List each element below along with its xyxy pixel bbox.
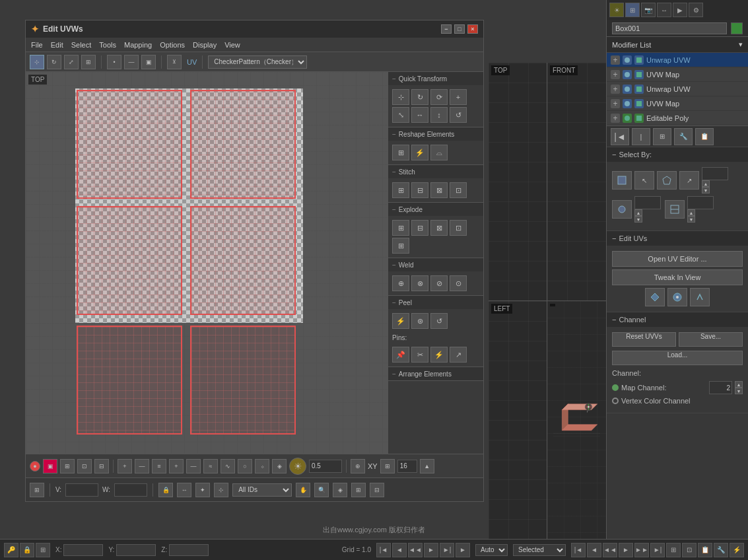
weld-btn-3[interactable]: ⊘ (430, 275, 448, 291)
uv-island-5[interactable] (77, 326, 182, 435)
checker-pattern-dropdown[interactable]: CheckerPattern（Checker） (208, 55, 307, 69)
play-back[interactable]: ◄◄ (408, 543, 423, 557)
stitch-btn-3[interactable]: ⊠ (430, 182, 448, 198)
explode-btn-1[interactable]: ⊞ (392, 220, 409, 236)
qt-btn-2[interactable]: ↻ (411, 89, 428, 105)
tool-vertex-select[interactable]: • (107, 55, 121, 69)
explode-btn-4[interactable]: ⊡ (450, 220, 467, 236)
reshape-elements-header[interactable]: − Reshape Elements (388, 127, 483, 141)
quick-transform-header[interactable]: − Quick Transform (388, 72, 483, 85)
menu-display[interactable]: Display (193, 41, 217, 49)
eu-icon-3[interactable] (690, 288, 710, 306)
next-frame[interactable]: ► (456, 543, 470, 557)
prev-frame[interactable]: ◄ (392, 543, 407, 557)
spin-up-1[interactable]: ▲ (702, 180, 710, 187)
mod-ctrl-3[interactable]: ⊞ (653, 128, 671, 145)
all-ids-dropdown[interactable]: All IDs (232, 483, 292, 497)
menu-options[interactable]: Options (160, 41, 185, 49)
mod-ctrl-5[interactable]: 📋 (695, 128, 714, 145)
stitch-collapse[interactable]: − (392, 168, 396, 176)
y-input[interactable] (116, 544, 156, 556)
viewport-perspective[interactable]: Y (547, 301, 606, 540)
btool-13[interactable]: ○ (238, 459, 252, 473)
maximize-button[interactable]: □ (454, 24, 465, 34)
btool-1[interactable]: ● (30, 461, 40, 472)
object-color-swatch[interactable] (731, 22, 743, 34)
lock-icon[interactable]: 🔒 (158, 483, 173, 497)
object-name-input[interactable] (612, 22, 727, 34)
status-icon-7[interactable]: ⊟ (370, 483, 384, 497)
btool-3[interactable]: ⊞ (60, 459, 75, 473)
status-r8[interactable]: ⊡ (682, 543, 697, 557)
pin-btn-1[interactable]: 📌 (392, 347, 409, 363)
uv-island-3[interactable] (77, 206, 182, 315)
btool-grid[interactable]: ⊞ (380, 459, 395, 473)
rp-icon-extra[interactable]: ⚙ (689, 3, 703, 17)
viewport-front[interactable]: FRONT (547, 63, 606, 301)
load-button[interactable]: Load... (612, 351, 743, 365)
reshape-elements-collapse[interactable]: − (392, 131, 396, 138)
select-by-header[interactable]: − Select By: (607, 147, 748, 162)
explode-collapse[interactable]: − (392, 206, 396, 213)
edit-uvs-header[interactable]: − Edit UVs (607, 231, 748, 246)
stitch-header[interactable]: − Stitch (388, 165, 483, 178)
spin-down-3[interactable]: ▼ (687, 216, 695, 223)
open-uv-editor-button[interactable]: Open UV Editor ... (612, 251, 743, 267)
qt-btn-4[interactable]: + (450, 89, 467, 105)
select-face-btn[interactable] (612, 171, 632, 190)
modifier-item-1[interactable]: + UVW Map (607, 67, 748, 82)
re-btn-2[interactable]: ⚡ (411, 145, 428, 160)
map-channel-radio[interactable]: Map Channel: ▲ ▼ (612, 381, 743, 394)
status-r1[interactable]: |◄ (571, 543, 586, 557)
channel-header[interactable]: − Channel (607, 312, 748, 327)
pin-btn-2[interactable]: ✂ (411, 347, 428, 363)
play-end[interactable]: ►| (440, 543, 454, 557)
spin-up-2[interactable]: ▲ (634, 209, 642, 216)
status-r11[interactable]: ⚡ (730, 543, 744, 557)
select-poly-btn[interactable] (657, 171, 677, 190)
btool-6[interactable]: + (118, 459, 132, 473)
select-btn-b[interactable] (665, 200, 685, 219)
menu-tools[interactable]: Tools (99, 41, 116, 49)
select-btn-a[interactable] (612, 200, 632, 219)
tool-edge-select[interactable]: — (124, 55, 139, 69)
explode-btn-3[interactable]: ⊠ (430, 220, 448, 236)
arrange-elements-collapse[interactable]: − (392, 370, 396, 378)
status-r10[interactable]: 🔧 (714, 543, 728, 557)
map-channel-radio-dot[interactable] (612, 384, 619, 391)
modifier-item-0[interactable]: + Unwrap UVW (607, 53, 748, 67)
map-channel-spin-up[interactable]: ▲ (735, 381, 743, 388)
tool-snap[interactable]: ⊻ (167, 55, 182, 69)
btool-sun[interactable]: ☀ (289, 458, 306, 475)
btool-15[interactable]: ◈ (272, 459, 287, 473)
select-cursor-btn[interactable]: ↖ (634, 171, 654, 190)
peel-header[interactable]: − Peel (388, 296, 483, 309)
stitch-btn-2[interactable]: ⊟ (411, 182, 428, 198)
qt-btn-3[interactable]: ⟳ (430, 89, 448, 105)
status-icon-3[interactable]: ✦ (195, 483, 210, 497)
x-input[interactable] (63, 544, 103, 556)
status-r7[interactable]: ⊞ (666, 543, 681, 557)
menu-edit[interactable]: Edit (51, 41, 63, 49)
uv-island-4[interactable] (190, 206, 296, 315)
rp-icon-move[interactable]: ↔ (657, 3, 671, 17)
menu-file[interactable]: File (31, 41, 43, 49)
btool-14[interactable]: ⬦ (255, 459, 269, 473)
status-icon-key[interactable]: 🔑 (4, 543, 18, 557)
btool-8[interactable]: ≡ (152, 459, 166, 473)
weld-btn-4[interactable]: ⊙ (450, 275, 467, 291)
viewport-left[interactable]: LEFT (489, 301, 547, 540)
auto-dropdown[interactable]: Auto (475, 544, 508, 556)
eu-icon-1[interactable] (645, 288, 665, 306)
uv-island-6[interactable] (190, 326, 296, 435)
qt-btn-1[interactable]: ⊹ (392, 89, 409, 105)
uv-viewport[interactable]: TOP (26, 72, 388, 454)
reset-uvvs-button[interactable]: Reset UVVs (612, 332, 676, 347)
rp-icon-camera[interactable]: 📷 (641, 3, 656, 17)
spin-down-2[interactable]: ▼ (634, 216, 642, 223)
weld-header[interactable]: − Weld (388, 258, 483, 271)
status-r6[interactable]: ►| (650, 543, 665, 557)
w-input[interactable] (114, 483, 147, 497)
status-icon-4[interactable]: ⊹ (214, 483, 228, 497)
map-channel-spin-down[interactable]: ▼ (735, 388, 743, 394)
